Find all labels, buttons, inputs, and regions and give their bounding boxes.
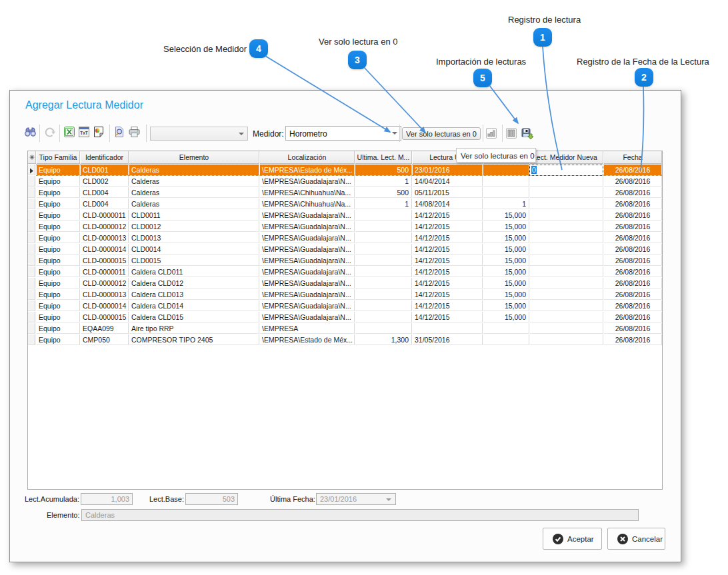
svg-text:TxT: TxT xyxy=(80,131,88,135)
